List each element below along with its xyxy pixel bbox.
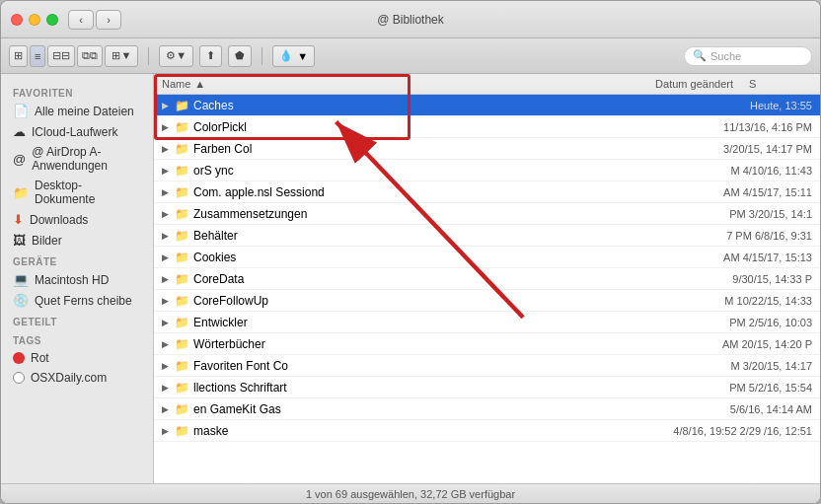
col-header-name[interactable]: Name ▲ — [154, 78, 519, 90]
sidebar-item-downloads[interactable]: ⬇ Downloads — [1, 209, 153, 230]
coverflow-view-button[interactable]: ⧉⧉ — [77, 45, 103, 67]
date-com: AM 4/15/17, 15:11 — [519, 186, 820, 198]
search-icon: 🔍 — [693, 49, 707, 62]
col-header-size[interactable]: S — [741, 78, 820, 90]
file-row-farben[interactable]: ▶ 📁 Farben Col 3/20/15, 14:17 PM — [154, 138, 820, 160]
date-entwickler: PM 2/5/16, 10:03 — [519, 317, 820, 328]
folder-icon-farben: 📁 — [175, 142, 189, 156]
titlebar: ‹ › @ Bibliothek — [1, 1, 820, 38]
finder-window: ‹ › @ Bibliothek ⊞ ≡ ⊟⊟ ⧉⧉ ⊞▼ ⚙▼ ⬆ ⬟ 💧 ▼… — [0, 0, 821, 504]
arrange-button[interactable]: ⊞▼ — [105, 45, 138, 67]
sidebar-item-macintosh[interactable]: 💻 Macintosh HD — [1, 269, 153, 290]
tag-button[interactable]: ⬟ — [228, 45, 252, 67]
disclosure-zusammen: ▶ — [162, 209, 169, 219]
label-com: Com. apple.nsl Sessiond — [193, 185, 325, 199]
quet-icon: 💿 — [13, 293, 29, 308]
label-caches: Caches — [193, 99, 234, 112]
disclosure-entwickler: ▶ — [162, 318, 169, 327]
col-date-label: Datum geändert — [655, 78, 733, 90]
folder-icon-colorpick: 📁 — [175, 120, 189, 134]
file-row-gamekit[interactable]: ▶ 📁 en GameKit Gas 5/6/16, 14:14 AM — [154, 398, 820, 420]
view-buttons: ⊞ ≡ ⊟⊟ ⧉⧉ ⊞▼ — [9, 45, 138, 67]
date-favoriten: M 3/20/15, 14:17 — [519, 360, 820, 372]
disclosure-corefollowup: ▶ — [162, 296, 169, 306]
bilder-icon: 🖼 — [13, 233, 26, 248]
date-orsync: M 4/10/16, 11:43 — [519, 165, 820, 177]
label-zusammen: Zusammensetzungen — [193, 207, 307, 221]
date-coredata: 9/30/15, 14:33 P — [519, 273, 820, 285]
col-header-date[interactable]: Datum geändert — [519, 78, 741, 90]
date-llections: PM 5/2/16, 15:54 — [519, 382, 820, 394]
folder-icon-cookies: 📁 — [175, 251, 189, 264]
sidebar-label-quet: Quet Ferns cheibe — [35, 294, 132, 308]
sidebar-item-icloud[interactable]: ☁ ICloud-Laufwerk — [1, 121, 153, 142]
fullscreen-button[interactable] — [46, 14, 58, 26]
sidebar-section-favorites: Favoriten — [1, 82, 153, 101]
status-bar: 1 von 69 ausgewählen, 32,72 GB verfügbar — [1, 483, 820, 503]
file-row-caches[interactable]: ▶ 📁 Caches Heute, 13:55 — [154, 95, 820, 116]
label-orsync: orS ync — [193, 164, 234, 178]
share-button[interactable]: ⬆ — [199, 45, 222, 67]
disclosure-farben: ▶ — [162, 144, 169, 154]
date-maske: 4/8/16, 19:52 2/29 /16, 12:51 — [519, 425, 820, 437]
folder-icon-behaelter: 📁 — [175, 229, 189, 243]
back-button[interactable]: ‹ — [68, 10, 94, 30]
date-gamekit: 5/6/16, 14:14 AM — [519, 403, 820, 415]
window-title: @ Bibliothek — [377, 13, 444, 27]
col-name-label: Name — [162, 78, 190, 90]
file-name-behaelter: ▶ 📁 Behälter — [154, 229, 519, 243]
file-row-woerter[interactable]: ▶ 📁 Wörterbücher AM 20/15, 14:20 P — [154, 333, 820, 355]
sidebar-item-alle[interactable]: 📄 Alle meine Dateien — [1, 101, 153, 121]
macintosh-icon: 💻 — [13, 272, 29, 287]
file-name-maske: ▶ 📁 maske — [154, 424, 519, 438]
date-colorpick: 11/13/16, 4:16 PM — [519, 121, 820, 133]
folder-icon-zusammen: 📁 — [175, 207, 189, 221]
sidebar-item-quet[interactable]: 💿 Quet Ferns cheibe — [1, 290, 153, 311]
file-row-cookies[interactable]: ▶ 📁 Cookies AM 4/15/17, 15:13 — [154, 247, 820, 268]
file-row-entwickler[interactable]: ▶ 📁 Entwickler PM 2/5/16, 10:03 — [154, 312, 820, 333]
file-row-llections[interactable]: ▶ 📁 llections Schriftart PM 5/2/16, 15:5… — [154, 377, 820, 398]
file-row-coredata[interactable]: ▶ 📁 CoreData 9/30/15, 14:33 P — [154, 268, 820, 290]
label-gamekit: en GameKit Gas — [193, 402, 281, 416]
dropbox-button[interactable]: 💧 ▼ — [272, 45, 315, 67]
file-name-farben: ▶ 📁 Farben Col — [154, 142, 519, 156]
file-row-maske[interactable]: ▶ 📁 maske 4/8/16, 19:52 2/29 /16, 12:51 — [154, 420, 820, 442]
file-row-zusammen[interactable]: ▶ 📁 Zusammensetzungen PM 3/20/15, 14:1 — [154, 203, 820, 225]
file-row-corefollowup[interactable]: ▶ 📁 CoreFollowUp M 10/22/15, 14:33 — [154, 290, 820, 312]
file-row-colorpick[interactable]: ▶ 📁 ColorPickl 11/13/16, 4:16 PM — [154, 116, 820, 138]
date-behaelter: 7 PM 6/8/16, 9:31 — [519, 230, 820, 242]
sidebar-item-rot[interactable]: Rot — [1, 348, 153, 368]
sidebar-section-tags: Tags — [1, 329, 153, 348]
sidebar-item-bilder[interactable]: 🖼 Bilder — [1, 230, 153, 251]
file-row-favoriten[interactable]: ▶ 📁 Favoriten Font Co M 3/20/15, 14:17 — [154, 355, 820, 377]
action-button[interactable]: ⚙▼ — [159, 45, 193, 67]
label-entwickler: Entwickler — [193, 316, 248, 329]
column-view-button[interactable]: ⊟⊟ — [47, 45, 75, 67]
label-corefollowup: CoreFollowUp — [193, 294, 268, 308]
sidebar-label-osxdaily: OSXDaily.com — [31, 371, 107, 385]
sidebar-section-geteilt: Geteilt — [1, 311, 153, 329]
search-box[interactable]: 🔍 Suche — [684, 46, 812, 66]
folder-icon-caches: 📁 — [175, 99, 189, 112]
disclosure-caches: ▶ — [162, 101, 169, 110]
file-name-gamekit: ▶ 📁 en GameKit Gas — [154, 402, 519, 416]
dropbox-icon: 💧 — [279, 49, 293, 62]
sidebar-item-desktop[interactable]: 📁 Desktop-Dokumente — [1, 176, 153, 209]
forward-button[interactable]: › — [96, 10, 121, 30]
file-row-orsync[interactable]: ▶ 📁 orS ync M 4/10/16, 11:43 — [154, 160, 820, 181]
icon-view-button[interactable]: ⊞ — [9, 45, 28, 67]
date-zusammen: PM 3/20/15, 14:1 — [519, 208, 820, 220]
sidebar-item-osxdaily[interactable]: OSXDaily.com — [1, 368, 153, 388]
date-woerter: AM 20/15, 14:20 P — [519, 338, 820, 350]
disclosure-woerter: ▶ — [162, 339, 169, 349]
list-view-button[interactable]: ≡ — [30, 45, 45, 67]
file-row-behaelter[interactable]: ▶ 📁 Behälter 7 PM 6/8/16, 9:31 — [154, 225, 820, 247]
file-row-com[interactable]: ▶ 📁 Com. apple.nsl Sessiond AM 4/15/17, … — [154, 181, 820, 203]
nav-buttons: ‹ › — [68, 10, 121, 30]
minimize-button[interactable] — [29, 14, 40, 26]
close-button[interactable] — [11, 14, 23, 26]
sidebar-item-airdrop[interactable]: @ @ AirDrop A-Anwendungen — [1, 142, 153, 176]
folder-icon-coredata: 📁 — [175, 272, 189, 286]
file-name-com: ▶ 📁 Com. apple.nsl Sessiond — [154, 185, 519, 199]
folder-icon-orsync: 📁 — [175, 164, 189, 178]
